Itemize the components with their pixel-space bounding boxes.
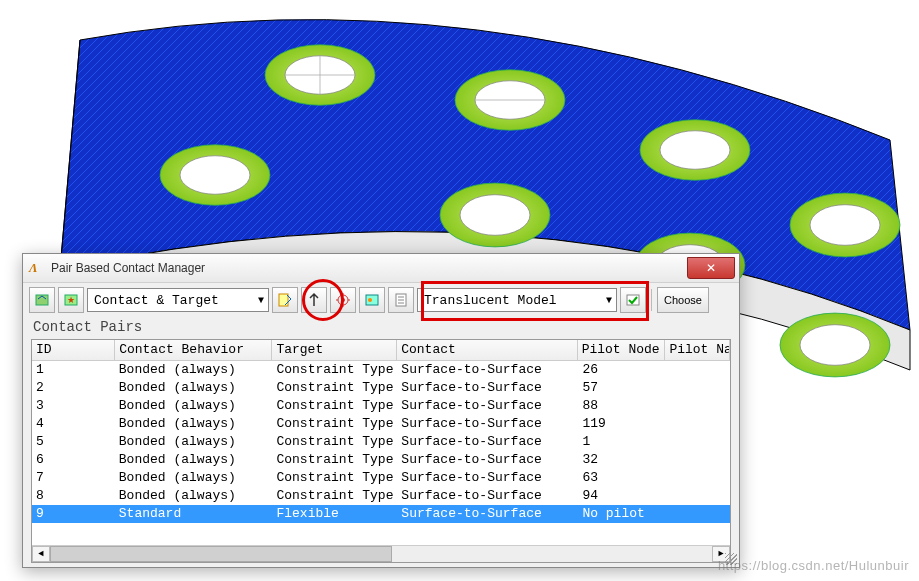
app-icon: Λ <box>29 260 45 276</box>
cell: Surface-to-Surface <box>397 469 578 487</box>
apply-button[interactable] <box>620 287 646 313</box>
cell: 5 <box>32 433 115 451</box>
wizard-button[interactable] <box>29 287 55 313</box>
col-id[interactable]: ID <box>32 340 115 360</box>
edit-properties-button[interactable] <box>272 287 298 313</box>
cell <box>666 397 730 415</box>
cell: 4 <box>32 415 115 433</box>
cell <box>666 415 730 433</box>
cell: Surface-to-Surface <box>397 379 578 397</box>
cell: Surface-to-Surface <box>397 451 578 469</box>
close-button[interactable]: ✕ <box>687 257 735 279</box>
cell: Surface-to-Surface <box>397 433 578 451</box>
cell: 32 <box>578 451 666 469</box>
new-pair-button[interactable]: ★ <box>58 287 84 313</box>
titlebar[interactable]: Λ Pair Based Contact Manager ✕ <box>23 254 739 283</box>
scroll-left-icon[interactable]: ◄ <box>32 546 50 562</box>
cell: Constraint Type <box>272 361 397 379</box>
cell: Surface-to-Surface <box>397 415 578 433</box>
view-dropdown-label: Contact & Target <box>94 293 219 308</box>
table-row[interactable]: 5Bonded (always)Constraint TypeSurface-t… <box>32 433 730 451</box>
cell <box>666 361 730 379</box>
cell: Bonded (always) <box>115 433 273 451</box>
table-row[interactable]: 9StandardFlexibleSurface-to-SurfaceNo pi… <box>32 505 730 523</box>
cell: Bonded (always) <box>115 361 273 379</box>
table-row[interactable]: 7Bonded (always)Constraint TypeSurface-t… <box>32 469 730 487</box>
table-row[interactable]: 4Bonded (always)Constraint TypeSurface-t… <box>32 415 730 433</box>
cell: 6 <box>32 451 115 469</box>
cell: Constraint Type <box>272 451 397 469</box>
chevron-down-icon: ▼ <box>606 295 612 306</box>
cell: Constraint Type <box>272 433 397 451</box>
table-row[interactable]: 6Bonded (always)Constraint TypeSurface-t… <box>32 451 730 469</box>
cell: Surface-to-Surface <box>397 505 578 523</box>
cell: Bonded (always) <box>115 415 273 433</box>
cell: 88 <box>578 397 666 415</box>
cell: Surface-to-Surface <box>397 361 578 379</box>
cell <box>666 451 730 469</box>
cell <box>666 433 730 451</box>
cell: 57 <box>578 379 666 397</box>
view-dropdown[interactable]: Contact & Target ▼ <box>87 288 269 312</box>
horizontal-scrollbar[interactable]: ◄ ► <box>32 545 730 562</box>
flip-button[interactable] <box>301 287 327 313</box>
window-title: Pair Based Contact Manager <box>51 261 687 275</box>
cell: Bonded (always) <box>115 487 273 505</box>
col-target[interactable]: Target <box>272 340 397 360</box>
settings-button[interactable] <box>330 287 356 313</box>
cell: 119 <box>578 415 666 433</box>
plot-button[interactable] <box>359 287 385 313</box>
cell: 1 <box>578 433 666 451</box>
cell: Surface-to-Surface <box>397 487 578 505</box>
cell <box>666 379 730 397</box>
col-contact[interactable]: Contact <box>397 340 577 360</box>
cell: Constraint Type <box>272 469 397 487</box>
watermark: https://blog.csdn.net/Hulunbuir <box>718 558 909 573</box>
table-row[interactable]: 3Bonded (always)Constraint TypeSurface-t… <box>32 397 730 415</box>
svg-rect-23 <box>279 294 288 306</box>
cell: Bonded (always) <box>115 469 273 487</box>
choose-button[interactable]: Choose <box>657 287 709 313</box>
svg-rect-32 <box>627 295 639 305</box>
scroll-thumb[interactable] <box>50 546 392 562</box>
cell: 3 <box>32 397 115 415</box>
cell: 7 <box>32 469 115 487</box>
toolbar: ★ Contact & Target ▼ Translucent Model ▼ <box>23 283 739 317</box>
cell: Standard <box>115 505 273 523</box>
cell: Bonded (always) <box>115 379 273 397</box>
cell: Bonded (always) <box>115 451 273 469</box>
svg-point-13 <box>460 195 530 236</box>
table-row[interactable]: 8Bonded (always)Constraint TypeSurface-t… <box>32 487 730 505</box>
cell <box>666 505 730 523</box>
svg-text:★: ★ <box>67 295 75 305</box>
svg-point-27 <box>368 298 372 302</box>
separator <box>651 289 652 311</box>
section-label: Contact Pairs <box>23 317 739 337</box>
grid-body[interactable]: 1Bonded (always)Constraint TypeSurface-t… <box>32 361 730 545</box>
svg-point-25 <box>341 298 345 302</box>
table-row[interactable]: 1Bonded (always)Constraint TypeSurface-t… <box>32 361 730 379</box>
close-icon: ✕ <box>706 261 716 275</box>
chevron-down-icon: ▼ <box>258 295 264 306</box>
cell: 63 <box>578 469 666 487</box>
display-dropdown[interactable]: Translucent Model ▼ <box>417 288 617 312</box>
cell: 2 <box>32 379 115 397</box>
cell: 1 <box>32 361 115 379</box>
cell: Constraint Type <box>272 487 397 505</box>
cell: 8 <box>32 487 115 505</box>
col-behavior[interactable]: Contact Behavior <box>115 340 272 360</box>
table-row[interactable]: 2Bonded (always)Constraint TypeSurface-t… <box>32 379 730 397</box>
grid-header: ID Contact Behavior Target Contact Pilot… <box>32 340 730 361</box>
cell: 94 <box>578 487 666 505</box>
contact-manager-dialog: Λ Pair Based Contact Manager ✕ ★ Contact… <box>22 253 740 568</box>
list-button[interactable] <box>388 287 414 313</box>
cell <box>666 469 730 487</box>
cell: No pilot <box>578 505 666 523</box>
cell: Constraint Type <box>272 415 397 433</box>
svg-point-11 <box>180 156 250 195</box>
svg-point-19 <box>800 325 870 366</box>
cell: Surface-to-Surface <box>397 397 578 415</box>
contact-pairs-grid[interactable]: ID Contact Behavior Target Contact Pilot… <box>31 339 731 563</box>
col-pilot-name[interactable]: Pilot Na <box>665 340 730 360</box>
col-pilot-node[interactable]: Pilot Node <box>578 340 666 360</box>
